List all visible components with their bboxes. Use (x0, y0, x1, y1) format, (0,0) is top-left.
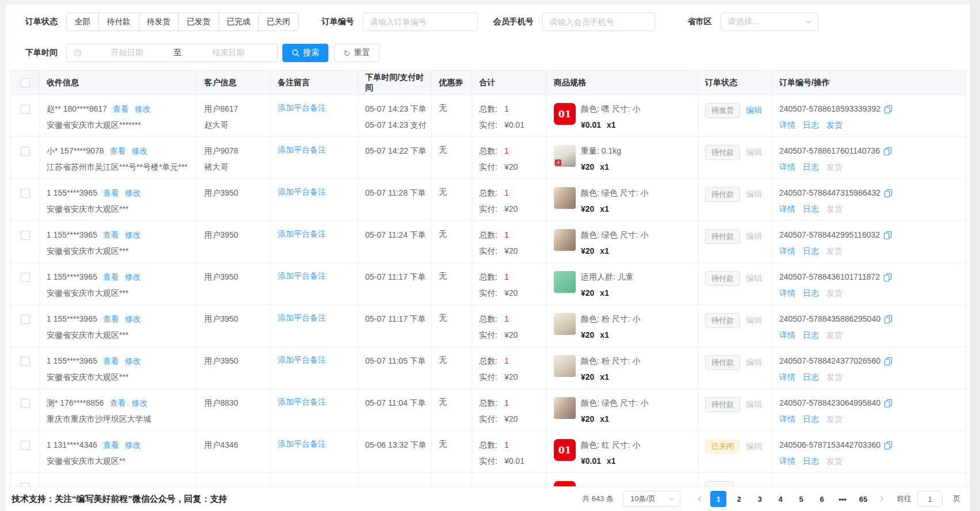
view-link[interactable]: 查看 (103, 440, 119, 449)
modify-link[interactable]: 修改 (125, 356, 141, 365)
add-note-link[interactable]: 添加平台备注 (278, 397, 326, 406)
edit-link[interactable]: 编辑 (746, 189, 762, 199)
add-note-link[interactable]: 添加平台备注 (278, 229, 326, 238)
ship-link[interactable]: 发货 (826, 120, 843, 129)
log-link[interactable]: 日志 (803, 372, 819, 382)
copy-icon[interactable] (884, 357, 893, 365)
detail-link[interactable]: 详情 (779, 246, 795, 255)
order-status-option[interactable]: 待付款 (98, 13, 139, 31)
copy-icon[interactable] (883, 231, 892, 239)
row-checkbox[interactable] (21, 315, 30, 324)
edit-link[interactable]: 编辑 (746, 273, 762, 283)
page-button[interactable]: 1 (710, 491, 726, 507)
page-button[interactable]: 5 (793, 491, 809, 507)
log-link[interactable]: 日志 (803, 162, 819, 171)
copy-icon[interactable] (884, 399, 893, 407)
view-link[interactable]: 查看 (103, 230, 119, 239)
ship-link[interactable]: 发货 (826, 288, 843, 298)
add-note-link[interactable]: 添加平台备注 (278, 187, 326, 196)
detail-link[interactable]: 详情 (779, 414, 795, 424)
edit-link[interactable]: 编辑 (746, 147, 762, 157)
add-note-link[interactable]: 添加平台备注 (278, 103, 326, 112)
ship-link[interactable]: 发货 (826, 204, 843, 213)
detail-link[interactable]: 详情 (779, 330, 795, 340)
copy-icon[interactable] (883, 147, 892, 155)
view-link[interactable]: 查看 (110, 398, 126, 407)
edit-link[interactable]: 编辑 (746, 231, 762, 241)
log-link[interactable]: 日志 (803, 288, 819, 298)
order-time-range-picker[interactable]: 开始日期 至 结束日期 (66, 44, 278, 62)
row-checkbox[interactable] (21, 441, 30, 450)
copy-icon[interactable] (884, 189, 893, 197)
add-note-link[interactable]: 添加平台备注 (278, 355, 326, 364)
copy-icon[interactable] (884, 105, 893, 113)
detail-link[interactable]: 详情 (779, 288, 795, 298)
view-link[interactable]: 查看 (103, 314, 119, 323)
edit-link[interactable]: 编辑 (746, 105, 762, 115)
modify-link[interactable]: 修改 (125, 272, 141, 281)
ship-link[interactable]: 发货 (826, 162, 843, 171)
log-link[interactable]: 日志 (803, 204, 819, 213)
order-status-option[interactable]: 待发货 (139, 13, 179, 31)
row-checkbox[interactable] (21, 189, 30, 198)
page-button[interactable]: 65 (855, 491, 871, 507)
page-button[interactable]: ••• (834, 491, 851, 507)
ship-link[interactable]: 发货 (826, 372, 843, 382)
order-status-option[interactable]: 已发货 (178, 13, 219, 31)
order-status-option[interactable]: 已完成 (219, 13, 259, 31)
modify-link[interactable]: 修改 (135, 104, 151, 113)
add-note-link[interactable]: 添加平台备注 (278, 145, 326, 154)
view-link[interactable]: 查看 (113, 104, 129, 113)
log-link[interactable]: 日志 (803, 456, 819, 466)
view-link[interactable]: 查看 (110, 146, 126, 155)
next-page-button[interactable] (874, 491, 890, 507)
add-note-link[interactable]: 添加平台备注 (278, 271, 326, 280)
edit-link[interactable]: 编辑 (746, 315, 762, 325)
order-status-option[interactable]: 已关闭 (258, 13, 299, 31)
search-button[interactable]: 搜索 (282, 44, 328, 62)
ship-link[interactable]: 发货 (826, 246, 843, 255)
select-all-checkbox[interactable] (21, 78, 30, 87)
page-button[interactable]: 3 (752, 491, 768, 507)
goto-page-input[interactable] (917, 491, 943, 507)
prev-page-button[interactable] (692, 491, 708, 507)
view-link[interactable]: 查看 (103, 356, 119, 365)
row-checkbox[interactable] (21, 231, 30, 240)
row-checkbox[interactable] (21, 357, 30, 366)
modify-link[interactable]: 修改 (125, 230, 141, 239)
add-note-link[interactable]: 添加平台备注 (278, 439, 326, 448)
row-checkbox[interactable] (21, 273, 30, 282)
edit-link[interactable]: 编辑 (746, 441, 762, 451)
log-link[interactable]: 日志 (803, 120, 819, 129)
modify-link[interactable]: 修改 (125, 440, 141, 449)
log-link[interactable]: 日志 (803, 246, 819, 255)
modify-link[interactable]: 修改 (132, 398, 148, 407)
detail-link[interactable]: 详情 (779, 456, 795, 466)
order-status-option[interactable]: 全部 (66, 13, 99, 31)
order-no-input[interactable] (363, 13, 478, 31)
ship-link[interactable]: 发货 (826, 330, 843, 340)
edit-link[interactable]: 编辑 (746, 357, 762, 367)
reset-button[interactable]: ↻ 重置 (334, 44, 380, 62)
page-size-select[interactable]: 10条/页 (623, 491, 680, 507)
modify-link[interactable]: 修改 (132, 146, 148, 155)
detail-link[interactable]: 详情 (779, 120, 795, 129)
copy-icon[interactable] (883, 273, 892, 281)
detail-link[interactable]: 详情 (779, 372, 795, 382)
log-link[interactable]: 日志 (803, 414, 819, 424)
modify-link[interactable]: 修改 (125, 314, 141, 323)
edit-link[interactable]: 编辑 (746, 399, 762, 409)
ship-link[interactable]: 发货 (826, 414, 843, 424)
row-checkbox[interactable] (21, 147, 30, 156)
detail-link[interactable]: 详情 (779, 162, 795, 171)
view-link[interactable]: 查看 (103, 272, 119, 281)
add-note-link[interactable]: 添加平台备注 (278, 313, 326, 322)
view-link[interactable]: 查看 (103, 188, 119, 197)
row-checkbox[interactable] (21, 105, 30, 114)
copy-icon[interactable] (884, 441, 893, 449)
region-select[interactable]: 请选择... (721, 13, 818, 31)
copy-icon[interactable] (884, 315, 893, 323)
page-button[interactable]: 6 (814, 491, 830, 507)
page-button[interactable]: 2 (731, 491, 747, 507)
row-checkbox[interactable] (21, 399, 30, 408)
